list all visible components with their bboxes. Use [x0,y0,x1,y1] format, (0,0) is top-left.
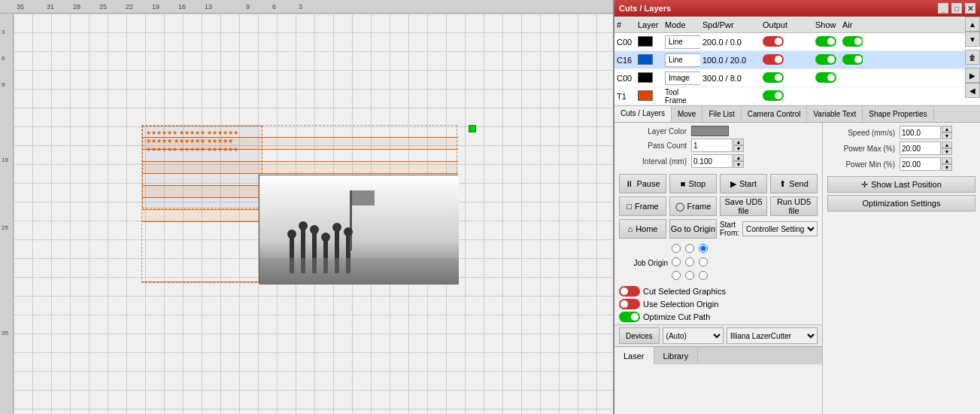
scroll-up-button[interactable]: ▲ [965,17,980,32]
show-last-position-button[interactable]: ✛ Show Last Position [827,176,975,193]
power-min-spinner[interactable]: ▲ ▼ [900,157,952,171]
footer-tab-laser[interactable]: Laser [614,347,654,364]
pass-count-input[interactable] [691,139,733,152]
row-output[interactable] [760,36,813,48]
footer-tab-library[interactable]: Library [654,347,699,364]
power-min-up[interactable]: ▲ [942,157,952,164]
send-button[interactable]: ⬆ Send [770,174,818,193]
radio-grid-left[interactable] [671,243,710,282]
origin-radio-bl[interactable] [672,271,681,280]
speed-down[interactable]: ▼ [942,132,952,139]
start-from-select[interactable]: Controller Setting [742,221,818,236]
frame1-icon: □ [627,202,632,211]
maximize-button[interactable]: □ [951,3,962,14]
frame2-button[interactable]: ◯ Frame [669,196,717,216]
power-min-label: Power Min (%) [827,160,895,169]
col-layer: Layer [636,20,663,29]
delete-layer-button[interactable]: 🗑 [965,50,980,65]
start-button[interactable]: ▶ Start [720,174,767,193]
power-min-down[interactable]: ▼ [942,164,952,171]
devices-button[interactable]: Devices [619,327,660,344]
row-id: C16 [614,56,636,65]
save-ud5-button[interactable]: Save UD5 file [720,196,767,216]
layer-color-swatch[interactable] [691,126,729,136]
origin-radio-ml[interactable] [672,257,681,266]
run-ud5-button[interactable]: Run UD5 file [770,196,818,216]
power-max-down[interactable]: ▼ [942,148,952,155]
row-output[interactable] [760,54,813,66]
canvas-area[interactable]: 35 31 28 25 22 19 16 13 9 6 3 3 6 9 19 2… [0,0,613,414]
close-button[interactable]: ✕ [965,3,975,14]
stop-button[interactable]: ■ Stop [669,174,717,193]
frame2-icon: ◯ [675,202,684,212]
layer-color-row: Layer Color [619,126,818,136]
origin-radio-tl[interactable] [672,244,681,253]
layer-row[interactable]: T1 Tool Frame [614,87,980,105]
layer-row[interactable]: C00 Image 300.0 / 8.0 [614,69,980,87]
tab-variable-text[interactable]: Variable Text [807,106,863,122]
interval-spinner[interactable]: ▲ ▼ [691,154,744,168]
job-origin-area: Job Origin [614,242,822,284]
origin-radio-bc[interactable] [685,271,694,280]
row-show[interactable] [813,72,840,84]
row-air[interactable] [840,36,863,48]
speed-up[interactable]: ▲ [942,126,952,132]
pause-button[interactable]: ⏸ Pause [619,174,666,193]
cut-selected-row: Cut Selected Graphics [619,286,818,297]
tab-shape-properties[interactable]: Shape Properties [863,106,933,122]
tab-camera-control[interactable]: Camera Control [742,106,808,122]
speed-input[interactable] [900,126,941,139]
row-output[interactable] [760,72,813,84]
layers-header: # Layer Mode Spd/Pwr Output Show Air [614,17,980,33]
arrow-left-button[interactable]: ◀ [965,83,980,98]
power-max-spinner[interactable]: ▲ ▼ [900,142,952,155]
power-min-input[interactable] [900,157,941,171]
interval-input[interactable] [691,154,733,168]
row-mode[interactable]: Line [663,53,700,67]
device-auto-select[interactable]: (Auto) [663,327,724,344]
tab-move[interactable]: Move [672,106,702,122]
layer-row[interactable]: C00 Line 200.0 / 0.0 [614,33,980,51]
speed-row: Speed (mm/s) ▲ ▼ [827,126,975,139]
frame1-button[interactable]: □ Frame [619,196,666,216]
interval-down[interactable]: ▼ [733,161,744,168]
tab-file-list[interactable]: File List [702,106,741,122]
canvas-grid[interactable]: ★★★★★★ ★★★★★ ★★★★★★ ★★★★★ ★★★★★★ ★★★★★ ★… [14,14,613,414]
row-air[interactable] [840,54,863,66]
optimize-cut-label: Optimize Cut Path [643,312,710,321]
origin-radio-br[interactable] [699,271,708,280]
row-spdpwr: 100.0 / 20.0 [700,56,760,65]
device-name-select[interactable]: Illiana LazerCutter [727,327,818,344]
cut-selected-toggle[interactable] [619,286,640,297]
optimization-settings-button[interactable]: Optimization Settings [827,195,975,212]
origin-radio-tc[interactable] [685,244,694,253]
footer-tabs: Laser Library [614,346,822,364]
row-mode[interactable]: Line [663,35,700,49]
pass-count-down[interactable]: ▼ [733,145,744,152]
origin-radio-tr[interactable] [699,244,708,253]
pass-count-up[interactable]: ▲ [733,139,744,145]
row-show[interactable] [813,54,840,66]
origin-radio-mc[interactable] [685,257,694,266]
scroll-down-button[interactable]: ▼ [965,32,980,47]
row-output[interactable] [760,90,813,102]
power-max-up[interactable]: ▲ [942,142,952,148]
pass-count-spinner[interactable]: ▲ ▼ [691,139,744,152]
arrow-right-button[interactable]: ▶ [965,68,980,83]
origin-radio-mr[interactable] [699,257,708,266]
row-show[interactable] [813,36,840,48]
minimize-button[interactable]: _ [938,3,948,14]
power-min-row: Power Min (%) ▲ ▼ [827,157,975,171]
go-to-origin-button[interactable]: Go to Origin [669,219,717,239]
row-mode[interactable]: Image [663,72,700,85]
use-selection-toggle[interactable] [619,299,640,309]
col-output: Output [760,20,813,29]
power-max-input[interactable] [900,142,941,155]
tab-cuts-layers[interactable]: Cuts / Layers [614,106,672,122]
optimize-cut-toggle[interactable] [619,312,640,322]
interval-up[interactable]: ▲ [733,154,744,161]
home-button[interactable]: ⌂ Home [619,219,666,239]
speed-spinner[interactable]: ▲ ▼ [900,126,952,139]
right-settings-panel: Speed (mm/s) ▲ ▼ Power Max (%) ▲ [822,123,980,414]
layer-row[interactable]: C16 Line 100.0 / 20.0 [614,51,980,69]
